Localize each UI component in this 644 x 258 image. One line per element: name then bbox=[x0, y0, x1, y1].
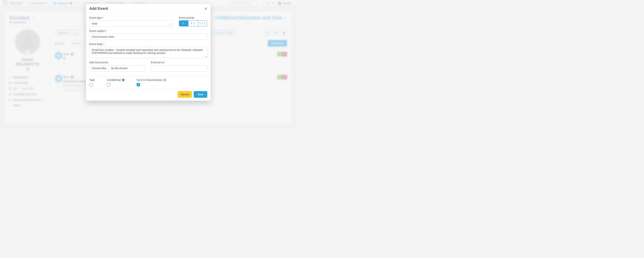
file-status: No file chosen bbox=[109, 65, 130, 71]
sync-check: Sync to Cloud Assess ✓ bbox=[136, 78, 166, 86]
external-url-input[interactable] bbox=[151, 65, 207, 71]
event-type-value: Note bbox=[92, 22, 98, 25]
priority-med[interactable]: ! ! bbox=[188, 20, 198, 26]
priority-high[interactable]: ! ! ! bbox=[198, 20, 207, 26]
sync-checkbox[interactable]: ✓ bbox=[136, 83, 140, 86]
event-body-label: Event body * bbox=[90, 43, 207, 46]
sync-label: Sync to Cloud Assess bbox=[136, 78, 162, 82]
event-type-select[interactable]: Note ⌄ bbox=[90, 20, 174, 27]
help-icon[interactable]: ? bbox=[122, 79, 124, 81]
task-checkbox[interactable] bbox=[90, 83, 93, 86]
modal-footer: Cancel Save bbox=[86, 89, 211, 101]
modal-body: Event type * Note ⌄ Event priority ! ! !… bbox=[86, 13, 211, 89]
add-documents-label: Add Documents bbox=[90, 61, 146, 64]
external-url-label: External url bbox=[151, 61, 207, 64]
modal-header: Add Event ✕ bbox=[86, 4, 211, 13]
event-priority-group: ! ! ! ! ! ! bbox=[179, 20, 207, 26]
confidential-label: Confidential bbox=[107, 78, 121, 82]
choose-files-button[interactable]: Choose files bbox=[90, 65, 109, 71]
event-priority-label: Event priority bbox=[179, 16, 207, 19]
save-button[interactable]: Save bbox=[194, 91, 207, 98]
event-type-label: Event type * bbox=[90, 16, 174, 19]
event-body-textarea[interactable] bbox=[90, 47, 207, 58]
confidential-checkbox[interactable] bbox=[107, 83, 110, 86]
cancel-button[interactable]: Cancel bbox=[178, 91, 192, 98]
modal-close-button[interactable]: ✕ bbox=[204, 7, 207, 10]
add-event-modal: Add Event ✕ Event type * Note ⌄ Event pr… bbox=[86, 4, 211, 101]
file-input[interactable]: Choose files No file chosen bbox=[90, 65, 146, 71]
modal-title: Add Event bbox=[90, 6, 108, 11]
event-subject-label: Event subject * bbox=[90, 29, 207, 32]
checkbox-row: Task Confidential ? Sync to Cloud Assess… bbox=[90, 76, 207, 88]
priority-low[interactable]: ! bbox=[179, 20, 188, 26]
task-label: Task bbox=[90, 78, 95, 82]
cloudassess-icon bbox=[164, 79, 166, 81]
event-subject-input[interactable] bbox=[90, 34, 207, 40]
task-check: Task bbox=[90, 78, 95, 86]
chevron-down-icon: ⌄ bbox=[169, 22, 171, 25]
confidential-check: Confidential ? bbox=[107, 78, 124, 86]
